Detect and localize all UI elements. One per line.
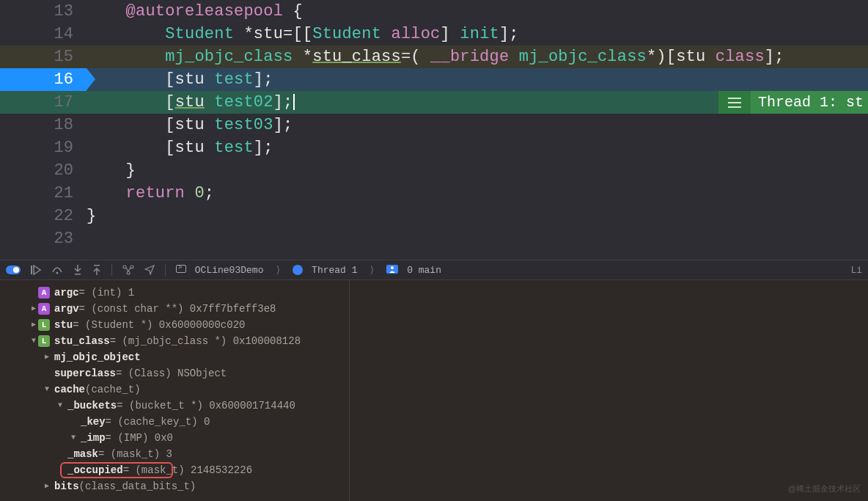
step-into-icon[interactable] (73, 265, 82, 275)
line-number[interactable]: 23 (0, 227, 87, 250)
variable-row[interactable]: _key = (cache_key_t) 0 (0, 414, 868, 430)
code-line[interactable]: 13 @autoreleasepool { (0, 0, 868, 23)
variable-value: = (const char **) 0x7ff7bfeff3e8 (79, 301, 276, 317)
breadcrumb-project[interactable]: OCLine03Demo (176, 265, 263, 276)
chevron-right-icon: ⟩ (275, 264, 281, 276)
svg-point-12 (391, 266, 394, 269)
location-icon[interactable] (144, 265, 155, 275)
divider (111, 264, 112, 276)
variable-row[interactable]: ▶Aargv = (const char **) 0x7ff7bfeff3e8 (0, 301, 868, 317)
disclosure-triangle-icon[interactable]: ▶ (29, 301, 38, 317)
continue-icon[interactable] (31, 265, 41, 275)
code-line[interactable]: 18 [stu test03]; (0, 114, 868, 136)
breadcrumb-thread[interactable]: Thread 1 (293, 265, 357, 276)
variable-kind-badge: L (38, 335, 50, 347)
svg-rect-1 (728, 102, 741, 103)
code-line[interactable]: 21 return 0; (0, 182, 868, 205)
panel-splitter[interactable] (349, 280, 350, 501)
variable-name: stu_class (54, 333, 110, 349)
chevron-right-icon: ⟩ (369, 264, 375, 276)
code-line[interactable]: 19 [stu test]; (0, 136, 868, 159)
variable-name: superclass (54, 365, 116, 381)
svg-rect-2 (728, 106, 741, 108)
code-line[interactable]: 20 } (0, 159, 868, 182)
code-text: return 0; (87, 182, 214, 205)
variable-kind-badge: A (38, 287, 50, 299)
code-text: [stu test]; (87, 136, 273, 159)
variable-value: (cache_t) (85, 381, 141, 398)
breadcrumb-project-label: OCLine03Demo (195, 265, 264, 276)
toggle-debug-icon[interactable] (6, 266, 21, 274)
disclosure-triangle-icon[interactable]: ▼ (43, 381, 51, 398)
variable-row[interactable]: ▶Lstu = (Student *) 0x60000000c020 (0, 317, 868, 333)
watermark: @稀土掘金技术社区 (788, 480, 861, 497)
line-number[interactable]: 13 (0, 0, 87, 23)
disclosure-triangle-icon[interactable]: ▼ (69, 430, 78, 446)
disclosure-triangle-icon[interactable]: ▼ (29, 333, 38, 349)
variable-row[interactable]: Aargc = (int) 1 (0, 285, 868, 301)
code-line[interactable]: 14 Student *stu=[[Student alloc] init]; (0, 23, 868, 45)
line-number[interactable]: 15 (0, 45, 87, 68)
line-number[interactable]: 17 (0, 91, 87, 114)
variable-name: stu (54, 317, 73, 333)
line-number[interactable]: 21 (0, 182, 87, 205)
variable-name: argv (54, 301, 79, 317)
svg-rect-8 (94, 265, 100, 266)
variable-value: = (Class) NSObject (116, 365, 227, 381)
variable-row[interactable]: ▶mj_objc_object (0, 349, 868, 365)
svg-point-11 (127, 271, 130, 274)
disclosure-triangle-icon[interactable]: ▶ (43, 478, 51, 494)
variable-name: bits (54, 478, 79, 494)
line-number[interactable]: 18 (0, 114, 87, 136)
variable-row[interactable]: ▼_imp = (IMP) 0x0 (0, 430, 868, 446)
hamburger-icon[interactable] (718, 91, 751, 114)
variable-name: _mask (67, 446, 98, 462)
variable-value: = (int) 1 (79, 285, 135, 301)
code-editor[interactable]: 13 @autoreleasepool {14 Student *stu=[[S… (0, 0, 868, 260)
thread-indicator-label: Thread 1: st (758, 91, 864, 114)
step-out-icon[interactable] (92, 265, 101, 275)
disclosure-triangle-icon[interactable]: ▶ (43, 349, 51, 365)
code-text: @autoreleasepool { (87, 0, 303, 23)
code-text: } (87, 205, 96, 227)
thread-dot-icon (293, 265, 303, 275)
line-number[interactable]: 20 (0, 159, 87, 182)
breadcrumb-frame[interactable]: 0 main (386, 265, 441, 276)
variable-row[interactable]: ▼_buckets = (bucket_t *) 0x600001714440 (0, 398, 868, 414)
svg-rect-7 (75, 274, 81, 275)
code-line[interactable]: 22} (0, 205, 868, 227)
code-line[interactable]: 17 [stu test02];Thread 1: st (0, 91, 868, 114)
debug-hierarchy-icon[interactable] (122, 265, 134, 275)
variable-name: cache (54, 381, 85, 398)
code-text: [stu test03]; (87, 114, 293, 136)
code-line[interactable]: 16 [stu test]; (0, 68, 868, 91)
breadcrumb-thread-label: Thread 1 (312, 265, 357, 276)
toolbar-right-text: Li (850, 265, 862, 276)
step-over-icon[interactable] (51, 265, 63, 275)
variable-name: _key (81, 414, 106, 430)
line-number[interactable]: 22 (0, 205, 87, 227)
disclosure-triangle-icon[interactable]: ▼ (56, 398, 65, 414)
thread-indicator[interactable]: Thread 1: st (718, 91, 868, 114)
line-number[interactable]: 19 (0, 136, 87, 159)
breadcrumb-frame-label: 0 main (407, 265, 441, 276)
variable-value: = (Student *) 0x60000000c020 (73, 317, 245, 333)
variable-value: (class_data_bits_t) (79, 478, 196, 494)
code-text: Student *stu=[[Student alloc] init]; (87, 23, 519, 45)
line-number[interactable]: 16 (0, 68, 87, 91)
code-text: } (87, 159, 136, 182)
text-cursor (293, 94, 295, 110)
code-line[interactable]: 23 (0, 227, 868, 250)
variable-value: = (bucket_t *) 0x600001714440 (117, 398, 295, 414)
line-number[interactable]: 14 (0, 23, 87, 45)
variable-row[interactable]: ▼cache (cache_t) (0, 381, 868, 398)
disclosure-triangle-icon[interactable]: ▶ (29, 317, 38, 333)
code-line[interactable]: 15 mj_objc_class *stu_class=( __bridge m… (0, 45, 868, 68)
variable-row[interactable]: superclass = (Class) NSObject (0, 365, 868, 381)
variable-row[interactable]: _mask = (mask_t) 3 (0, 446, 868, 462)
variables-panel[interactable]: Aargc = (int) 1▶Aargv = (const char **) … (0, 280, 868, 501)
variable-row[interactable]: ▼Lstu_class = (mj_objc_class *) 0x100008… (0, 333, 868, 349)
variable-value: = (cache_key_t) 0 (106, 414, 210, 430)
variable-row[interactable]: ▶bits (class_data_bits_t) (0, 478, 868, 494)
svg-point-6 (56, 272, 59, 274)
